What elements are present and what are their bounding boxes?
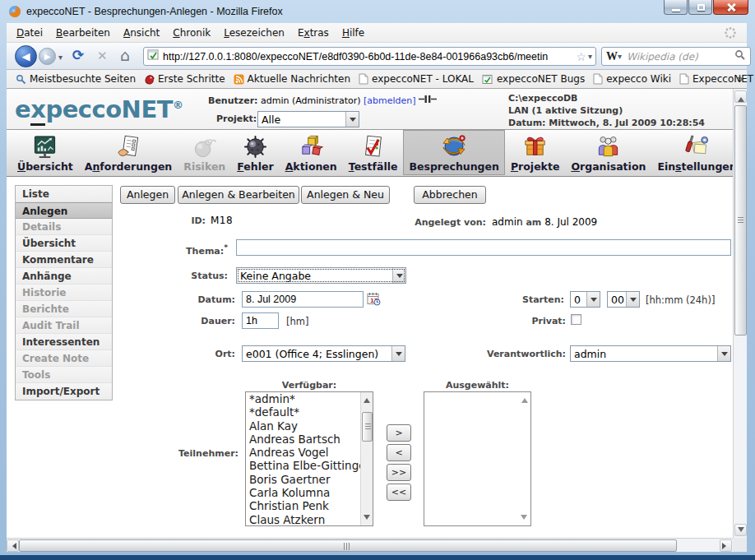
- sidebar-item-kommentare[interactable]: Kommentare: [16, 252, 112, 268]
- search-bar[interactable]: W ▾ Wikipedia (de): [601, 47, 751, 66]
- url-text[interactable]: http://127.0.0.1:8080/expeccoNET/e8df039…: [163, 51, 574, 62]
- toolbar-organisation[interactable]: Organisation: [565, 130, 651, 175]
- search-placeholder[interactable]: Wikipedia (de): [627, 51, 734, 62]
- bookmark-expecconet-lokal[interactable]: expeccoNET - LOKAL: [354, 72, 478, 86]
- toolbar-ubersicht[interactable]: Übersicht: [12, 130, 79, 175]
- dauer-input[interactable]: [242, 312, 279, 329]
- menu-hilfe[interactable]: Hilfe: [336, 24, 371, 42]
- bookmarks-overflow-button[interactable]: »: [737, 72, 743, 85]
- back-button[interactable]: ◀: [15, 45, 37, 67]
- scroll-up-icon[interactable]: [364, 395, 370, 403]
- sidebar-item-ubersicht[interactable]: Übersicht: [16, 235, 112, 252]
- available-option[interactable]: Christian Penk: [246, 499, 360, 512]
- search-engine-icon[interactable]: W: [606, 50, 618, 63]
- selected-listbox[interactable]: [424, 391, 531, 526]
- datum-input[interactable]: [242, 291, 364, 308]
- menu-bearbeiten[interactable]: Bearbeiten: [49, 24, 117, 42]
- anlegen-neu-button[interactable]: Anlegen & Neu: [301, 186, 390, 204]
- vertical-scrollbar-thumb[interactable]: [734, 105, 747, 336]
- sidebar-item-interessenten[interactable]: Interessenten: [16, 334, 112, 350]
- toolbar-einstellungen[interactable]: Einstellungen: [651, 130, 742, 175]
- scroll-up-icon[interactable]: [521, 395, 528, 403]
- sidebar-item-liste[interactable]: Liste: [16, 186, 112, 202]
- horizontal-scrollbar-thumb[interactable]: [19, 539, 677, 552]
- toolbar-anforderungen[interactable]: Anforderungen: [79, 130, 178, 175]
- bookmark-star-icon[interactable]: ☆: [576, 50, 586, 63]
- available-listbox[interactable]: *admin**default*Alan KayAndreas BartschA…: [245, 391, 373, 526]
- scroll-right-button[interactable]: [720, 539, 732, 552]
- available-option[interactable]: Andreas Vogel: [246, 446, 360, 459]
- menu-extras[interactable]: Extras: [291, 24, 336, 42]
- magnifier-icon[interactable]: [734, 49, 746, 64]
- available-option[interactable]: Alan Kay: [246, 419, 360, 433]
- forward-button[interactable]: ▶: [39, 48, 56, 65]
- people-icon: [595, 132, 621, 160]
- scroll-left-button[interactable]: [7, 539, 19, 552]
- thema-input[interactable]: [236, 239, 731, 256]
- user-value: admin (Administrator): [261, 95, 361, 106]
- available-option[interactable]: *default*: [246, 405, 360, 419]
- anlegen-bearbeiten-button[interactable]: Anlegen & Bearbeiten: [178, 186, 299, 204]
- history-dropdown-button[interactable]: ▾: [58, 53, 63, 62]
- move-all-left-button[interactable]: <<: [387, 484, 411, 501]
- bookmark-aktuelle-nachrichten[interactable]: Aktuelle Nachrichten: [229, 72, 354, 86]
- stop-button[interactable]: ✕: [97, 49, 108, 63]
- sidebar-item-anhange[interactable]: Anhänge: [16, 268, 112, 285]
- chevron-down-icon: [626, 292, 639, 307]
- url-dropdown-button[interactable]: ▾: [588, 52, 592, 61]
- bookmark-meistbesuchte-seiten[interactable]: Meistbesuchte Seiten: [12, 72, 140, 86]
- search-engine-dropdown[interactable]: ▾: [618, 52, 622, 61]
- starten-minute-select[interactable]: 00: [607, 291, 640, 308]
- starten-hour-select[interactable]: 0: [570, 291, 600, 308]
- anlegen-button[interactable]: Anlegen: [120, 186, 175, 204]
- status-select[interactable]: Keine Angabe: [236, 267, 406, 284]
- horizontal-scrollbar[interactable]: [7, 538, 733, 552]
- vertical-scrollbar[interactable]: [733, 89, 747, 538]
- restore-button[interactable]: [688, 0, 712, 15]
- toolbar-besprechungen[interactable]: Besprechungen: [403, 130, 504, 175]
- move-left-button[interactable]: <: [387, 444, 411, 461]
- sidebar-item-anlegen[interactable]: Anlegen: [16, 202, 112, 219]
- available-option[interactable]: Boris Gaertner: [246, 473, 360, 486]
- menu-datei[interactable]: Datei: [10, 24, 49, 42]
- sidebar-item-import-export[interactable]: Import/Export: [16, 383, 112, 400]
- calendar-icon[interactable]: 17: [367, 292, 381, 309]
- scroll-down-button[interactable]: [734, 524, 747, 536]
- menu-lesezeichen[interactable]: Lesezeichen: [217, 24, 291, 42]
- move-all-right-button[interactable]: >>: [387, 464, 411, 481]
- privat-checkbox[interactable]: [571, 314, 581, 325]
- minimize-button[interactable]: [664, 0, 688, 15]
- toolbar-aktionen[interactable]: Aktionen: [280, 130, 343, 175]
- logout-link[interactable]: [abmelden]: [364, 95, 416, 106]
- url-bar[interactable]: http://127.0.0.1:8080/expeccoNET/e8df039…: [143, 47, 596, 66]
- verantwortlich-select[interactable]: admin: [570, 345, 731, 362]
- abbrechen-button[interactable]: Abbrechen: [414, 186, 486, 204]
- listbox-scrollbar[interactable]: [518, 392, 530, 525]
- bookmark-expecconet-bugs[interactable]: expeccoNET Bugs: [478, 72, 589, 86]
- menu-ansicht[interactable]: Ansicht: [117, 24, 166, 42]
- available-option[interactable]: *admin*: [246, 392, 360, 405]
- scroll-down-icon[interactable]: [521, 515, 527, 523]
- ort-select[interactable]: e001 (Office 4; Esslingen): [242, 345, 405, 362]
- site-favicon: [147, 49, 160, 64]
- home-button[interactable]: ⌂: [120, 46, 130, 64]
- menu-chronik[interactable]: Chronik: [166, 24, 217, 42]
- toolbar-testfalle[interactable]: Testfälle: [343, 130, 404, 175]
- project-select[interactable]: Alle: [257, 111, 359, 127]
- scrollbar-thumb[interactable]: [362, 412, 373, 442]
- bookmark-expecco-wiki[interactable]: expecco Wiki: [589, 72, 675, 86]
- move-right-button[interactable]: >: [387, 424, 411, 442]
- available-option[interactable]: Bettina Elbe-Gittinger: [246, 459, 360, 472]
- available-option[interactable]: Claus Atzkern: [246, 513, 360, 526]
- bookmark-erste-schritte[interactable]: Erste Schritte: [140, 72, 229, 86]
- toolbar-fehler[interactable]: Fehler: [231, 130, 279, 175]
- scroll-up-button[interactable]: [734, 90, 747, 103]
- available-option[interactable]: Carla Kolumna: [246, 486, 360, 499]
- reload-button[interactable]: ⟳: [72, 47, 84, 63]
- close-button[interactable]: [713, 0, 748, 15]
- listbox-scrollbar[interactable]: [360, 392, 373, 525]
- available-option[interactable]: Andreas Bartsch: [246, 433, 360, 446]
- scroll-down-icon[interactable]: [364, 515, 370, 523]
- title-bar[interactable]: expeccoNET - Besprechungen-Anlegen - Moz…: [0, 0, 755, 23]
- toolbar-projekte[interactable]: Projekte: [505, 130, 565, 175]
